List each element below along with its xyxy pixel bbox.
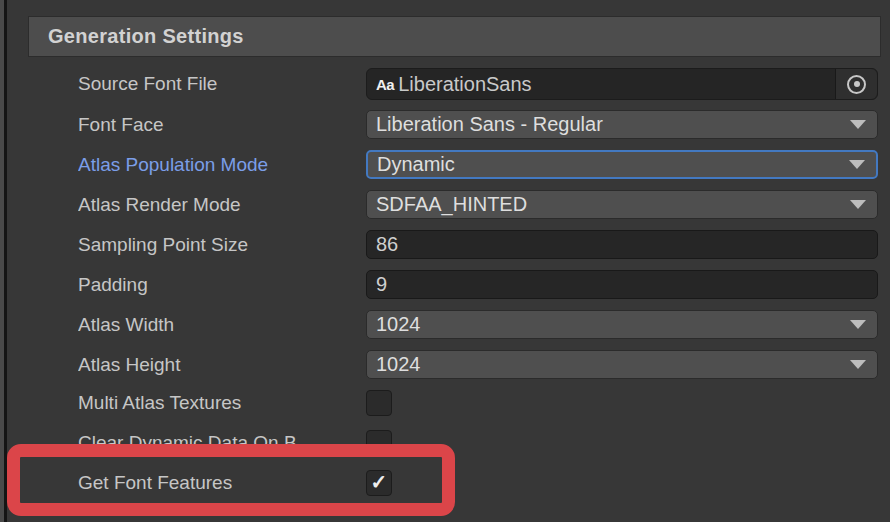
- atlas-render-mode-label: Atlas Render Mode: [78, 194, 366, 216]
- row-sampling-point-size: Sampling Point Size: [78, 230, 878, 259]
- atlas-width-value: 1024: [376, 313, 850, 336]
- row-atlas-render-mode: Atlas Render Mode SDFAA_HINTED: [78, 190, 878, 219]
- atlas-population-mode-dropdown[interactable]: Dynamic: [366, 150, 878, 179]
- source-font-file-label: Source Font File: [78, 73, 366, 95]
- multi-atlas-textures-label: Multi Atlas Textures: [78, 392, 366, 414]
- font-face-value: Liberation Sans - Regular: [376, 113, 850, 136]
- atlas-population-mode-label: Atlas Population Mode: [78, 154, 366, 176]
- atlas-width-label: Atlas Width: [78, 314, 366, 336]
- row-get-font-features: Get Font Features ✓: [78, 470, 878, 496]
- atlas-height-dropdown[interactable]: 1024: [366, 350, 878, 379]
- clear-dynamic-data-label: Clear Dynamic Data On B: [78, 432, 366, 454]
- row-multi-atlas-textures: Multi Atlas Textures: [78, 390, 878, 416]
- row-atlas-population-mode: Atlas Population Mode Dynamic: [78, 150, 878, 179]
- atlas-render-mode-dropdown[interactable]: SDFAA_HINTED: [366, 190, 878, 219]
- section-title: Generation Settings: [48, 25, 244, 48]
- row-atlas-width: Atlas Width 1024: [78, 310, 878, 339]
- font-face-dropdown[interactable]: Liberation Sans - Regular: [366, 110, 878, 139]
- checkmark-icon: ✓: [371, 472, 388, 492]
- get-font-features-label: Get Font Features: [78, 472, 366, 494]
- chevron-down-icon: [850, 120, 866, 129]
- row-padding: Padding: [78, 270, 878, 299]
- padding-label: Padding: [78, 274, 366, 296]
- multi-atlas-textures-checkbox[interactable]: [366, 390, 392, 416]
- chevron-down-icon: [850, 360, 866, 369]
- source-font-file-value: LiberationSans: [398, 73, 835, 96]
- row-font-face: Font Face Liberation Sans - Regular: [78, 110, 878, 139]
- atlas-height-value: 1024: [376, 353, 850, 376]
- row-atlas-height: Atlas Height 1024: [78, 350, 878, 379]
- source-font-file-object-field[interactable]: Aa LiberationSans: [366, 68, 878, 100]
- atlas-width-dropdown[interactable]: 1024: [366, 310, 878, 339]
- get-font-features-checkbox[interactable]: ✓: [366, 470, 392, 496]
- font-face-label: Font Face: [78, 114, 366, 136]
- row-clear-dynamic-data: Clear Dynamic Data On B: [78, 430, 878, 456]
- sampling-point-size-input[interactable]: [366, 230, 878, 259]
- row-source-font-file: Source Font File Aa LiberationSans: [78, 68, 878, 100]
- font-asset-icon: Aa: [376, 76, 394, 93]
- atlas-height-label: Atlas Height: [78, 354, 366, 376]
- atlas-render-mode-value: SDFAA_HINTED: [376, 193, 850, 216]
- atlas-population-mode-value: Dynamic: [377, 153, 849, 176]
- panel-left-divider: [4, 0, 7, 522]
- chevron-down-icon: [850, 200, 866, 209]
- object-picker-button[interactable]: [835, 69, 877, 99]
- padding-input[interactable]: [366, 270, 878, 299]
- chevron-down-icon: [849, 160, 865, 169]
- generation-settings-header[interactable]: Generation Settings: [28, 16, 881, 57]
- clear-dynamic-data-checkbox[interactable]: [366, 430, 392, 456]
- object-picker-icon: [847, 75, 866, 94]
- sampling-point-size-label: Sampling Point Size: [78, 234, 366, 256]
- chevron-down-icon: [850, 320, 866, 329]
